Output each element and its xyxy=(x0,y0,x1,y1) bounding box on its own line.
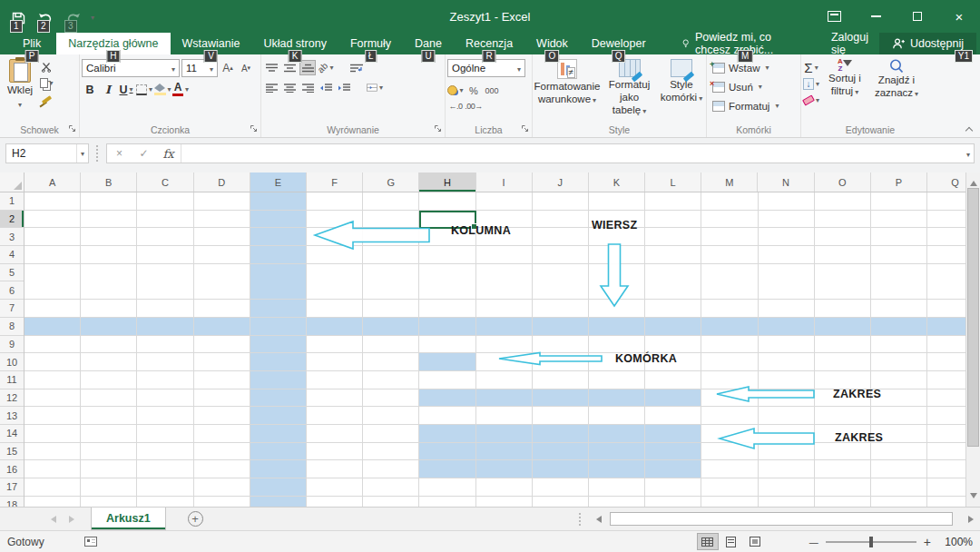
column-header-l[interactable]: L xyxy=(645,172,701,192)
row-header-7[interactable]: 7 xyxy=(0,300,24,318)
customize-qat-button[interactable] xyxy=(91,9,94,22)
row-header-17[interactable]: 17 xyxy=(0,478,24,497)
underline-button[interactable]: U xyxy=(118,82,134,97)
align-left-button[interactable] xyxy=(263,80,279,95)
page-layout-view-button[interactable] xyxy=(720,533,742,550)
tab-widok[interactable]: WidokO xyxy=(524,33,580,54)
zoom-out-button[interactable] xyxy=(809,536,818,548)
next-sheet-icon[interactable] xyxy=(69,516,78,523)
row-header-10[interactable]: 10 xyxy=(0,353,24,371)
row-header-12[interactable]: 12 xyxy=(0,389,24,408)
tab-wstawianie[interactable]: WstawianieV xyxy=(171,33,252,54)
decrease-decimal-button[interactable]: .00→ xyxy=(466,98,482,113)
row-header-1[interactable]: 1 xyxy=(0,192,24,211)
zoom-slider-handle[interactable] xyxy=(869,537,873,547)
row-header-18[interactable]: 18 xyxy=(0,497,24,507)
align-top-button[interactable] xyxy=(263,60,279,75)
confirm-entry-button[interactable]: ✓ xyxy=(132,144,156,163)
expand-formula-bar-caret[interactable] xyxy=(963,147,974,160)
name-box-caret[interactable] xyxy=(76,144,88,163)
cancel-entry-button[interactable]: × xyxy=(107,144,132,163)
scroll-down-icon[interactable] xyxy=(970,493,977,502)
column-header-d[interactable]: D xyxy=(194,172,250,192)
page-break-view-button[interactable] xyxy=(744,533,766,550)
tab-układ-strony[interactable]: Układ stronyK xyxy=(251,33,338,54)
sort-filter-button[interactable]: AZ Sortuj i filtruj xyxy=(819,56,870,123)
font-name-combo[interactable]: Calibri xyxy=(82,59,180,77)
tab-dane[interactable]: DaneU xyxy=(403,33,454,54)
scroll-left-button[interactable] xyxy=(590,511,604,527)
clear-button[interactable] xyxy=(803,93,819,108)
format-as-table-button[interactable]: Formatuj jako tabelę xyxy=(600,56,659,123)
share-button[interactable]: Udostępnij Y1 xyxy=(879,33,976,54)
tab-recenzja[interactable]: RecenzjaR xyxy=(454,33,524,54)
increase-decimal-button[interactable]: ←.0 xyxy=(447,98,464,113)
row-header-9[interactable]: 9 xyxy=(0,336,24,354)
column-header-h[interactable]: H xyxy=(419,172,475,192)
find-select-button[interactable]: Znajdź i zaznacz xyxy=(870,56,923,123)
horizontal-scroll-thumb[interactable] xyxy=(610,512,953,526)
close-button[interactable]: × xyxy=(938,0,980,33)
borders-button[interactable] xyxy=(136,82,152,97)
column-header-g[interactable]: G xyxy=(363,172,419,192)
dialog-launcher-icon[interactable] xyxy=(434,123,442,135)
dialog-launcher-icon[interactable] xyxy=(250,123,258,135)
bold-button[interactable]: B xyxy=(82,82,98,97)
scroll-up-icon[interactable] xyxy=(970,177,977,186)
save-button[interactable]: 1 xyxy=(9,9,27,27)
undo-button[interactable]: 2 xyxy=(36,9,54,27)
row-header-8[interactable]: 8 xyxy=(0,318,24,336)
vertical-scroll-thumb[interactable] xyxy=(967,188,979,447)
dialog-launcher-icon[interactable] xyxy=(521,123,529,135)
column-header-m[interactable]: M xyxy=(701,172,758,192)
tab-deweloper[interactable]: DeweloperQ xyxy=(580,33,658,54)
vertical-scrollbar[interactable] xyxy=(965,172,980,507)
copy-button[interactable] xyxy=(38,75,54,91)
row-header-6[interactable]: 6 xyxy=(0,281,24,300)
zoom-in-button[interactable] xyxy=(924,535,931,549)
cut-button[interactable] xyxy=(38,59,54,74)
align-right-button[interactable] xyxy=(299,80,316,95)
column-header-n[interactable]: N xyxy=(758,172,814,192)
font-color-button[interactable]: A xyxy=(172,82,189,97)
row-header-15[interactable]: 15 xyxy=(0,443,24,461)
column-header-q[interactable]: Q xyxy=(927,172,965,192)
cell-styles-button[interactable]: Style komórki xyxy=(659,56,704,123)
row-header-14[interactable]: 14 xyxy=(0,425,24,443)
decrease-font-size-button[interactable]: A▾ xyxy=(238,61,254,76)
merge-center-button[interactable] xyxy=(367,80,383,95)
name-box[interactable]: H2 xyxy=(5,143,89,163)
paste-dropdown-caret[interactable] xyxy=(18,98,22,110)
row-header-11[interactable]: 11 xyxy=(0,371,24,389)
zoom-slider[interactable] xyxy=(826,541,916,543)
collapse-ribbon-button[interactable] xyxy=(965,126,973,133)
increase-font-size-button[interactable]: A▴ xyxy=(220,61,236,76)
row-header-5[interactable]: 5 xyxy=(0,264,24,282)
format-cells-button[interactable]: Formatuj xyxy=(709,96,799,115)
conditional-formatting-button[interactable]: Formatowanie warunkowe xyxy=(534,56,600,123)
scroll-right-button[interactable] xyxy=(965,511,980,527)
format-painter-button[interactable] xyxy=(38,92,54,107)
tell-me-box[interactable]: Powiedz mi, co chcesz zrobić... M xyxy=(671,33,820,54)
row-header-2[interactable]: 2 xyxy=(0,211,24,229)
previous-sheet-icon[interactable] xyxy=(47,516,56,523)
fill-button[interactable]: ↓ xyxy=(803,76,819,92)
column-header-f[interactable]: F xyxy=(307,172,363,192)
column-header-p[interactable]: P xyxy=(871,172,927,192)
tab-plik[interactable]: PlikP xyxy=(7,33,56,54)
redo-button[interactable]: 3 xyxy=(64,9,82,27)
tab-formuły[interactable]: FormułyŁ xyxy=(338,33,403,54)
maximize-button[interactable] xyxy=(897,0,938,33)
cell-grid[interactable] xyxy=(24,192,965,507)
new-sheet-button[interactable]: + xyxy=(188,511,203,527)
row-header-4[interactable]: 4 xyxy=(0,246,24,264)
column-header-a[interactable]: A xyxy=(24,172,81,192)
wrap-text-button[interactable] xyxy=(348,60,365,75)
column-header-c[interactable]: C xyxy=(137,172,193,192)
select-all-corner[interactable] xyxy=(0,172,24,192)
align-center-button[interactable] xyxy=(281,80,298,95)
row-header-13[interactable]: 13 xyxy=(0,407,24,425)
row-header-16[interactable]: 16 xyxy=(0,460,24,478)
row-header-3[interactable]: 3 xyxy=(0,228,24,246)
paste-button[interactable]: Wklej xyxy=(2,56,38,123)
